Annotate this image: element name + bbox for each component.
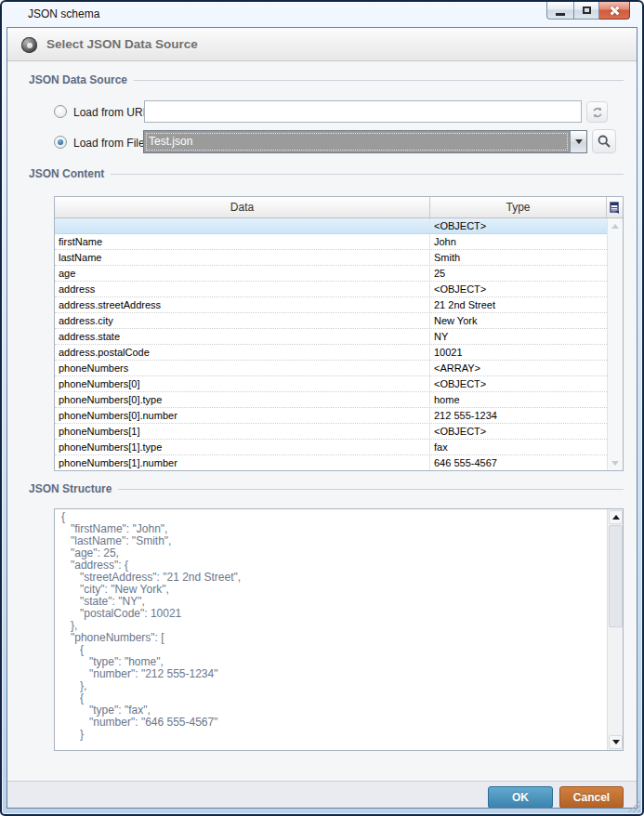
scroll-up-button[interactable] [608,218,623,233]
table-header[interactable]: Data Type [55,197,623,218]
group-line [118,489,624,490]
minimize-icon [556,13,565,16]
cell-data: address.city [55,313,430,328]
cell-type: fax [430,440,607,454]
cell-type: NY [430,329,607,344]
url-input[interactable] [144,100,582,123]
load-from-url-radio[interactable] [54,105,67,118]
arrow-down-icon [612,740,620,744]
json-content-table: Data Type <OBJECT> firstName John [54,196,624,471]
page-title: Select JSON Data Source [46,37,198,51]
arrow-down-icon [611,461,619,466]
group-json-data-source-label: JSON Data Source [29,73,127,86]
group-line [134,80,624,81]
ok-button[interactable]: OK [488,786,553,809]
cell-type: home [430,392,607,407]
cell-data: phoneNumbers[1].number [55,455,430,470]
maximize-button[interactable] [574,2,599,20]
table-row[interactable]: address.streetAddress 21 2nd Street [55,297,607,313]
scrollbar-thumb[interactable] [609,525,623,627]
minimize-button[interactable] [546,2,574,20]
cell-data: phoneNumbers[1].type [55,440,430,454]
cell-data: phoneNumbers[1] [55,424,430,439]
table-row[interactable]: <OBJECT> [55,218,607,234]
dialog-window: JSON schema Select JSON Data Source JSON… [0,0,644,816]
load-from-url-label: Load from URL [73,106,149,119]
table-row[interactable]: address.city New York [55,313,607,329]
refresh-button[interactable] [586,101,608,123]
combobox-dropdown-button[interactable] [570,131,586,152]
chevron-down-icon [575,139,583,144]
window-title: JSON schema [28,7,99,20]
table-row[interactable]: address.postalCode 10021 [55,345,607,361]
cell-data: lastName [55,250,430,265]
group-json-content-label: JSON Content [29,167,104,180]
close-icon [610,6,620,16]
cell-data: firstName [55,234,430,249]
cancel-button[interactable]: Cancel [559,786,624,809]
table-row[interactable]: phoneNumbers <ARRAY> [55,361,607,376]
refresh-icon [591,106,604,119]
cell-data: address.state [55,329,430,344]
table-row[interactable]: phoneNumbers[0] <OBJECT> [55,376,607,392]
column-header-type[interactable]: Type [430,197,607,217]
cell-data: phoneNumbers[0] [55,376,430,391]
file-combobox-value: Test.json [144,131,570,152]
scroll-down-button[interactable] [608,455,623,470]
cell-type: John [430,234,607,249]
group-line [111,174,624,175]
arrow-up-icon [612,515,620,520]
cell-data: phoneNumbers[0].type [55,392,430,407]
titlebar[interactable]: JSON schema [2,2,642,28]
dialog-body: Select JSON Data Source JSON Data Source… [7,27,637,809]
cell-data: address.postalCode [55,345,430,360]
structure-scrollbar[interactable] [607,509,623,750]
table-row[interactable]: age 25 [55,266,607,282]
table-row[interactable]: phoneNumbers[1] <OBJECT> [55,424,607,440]
load-from-file-radio[interactable] [54,136,67,149]
cell-data: address [55,282,430,296]
column-header-data[interactable]: Data [55,197,430,217]
table-row[interactable]: phoneNumbers[1].number 646 555-4567 [55,455,607,470]
table-body: <OBJECT> firstName John lastName Smith a… [55,218,607,470]
browse-file-button[interactable] [592,129,616,153]
close-button[interactable] [599,2,630,20]
cell-type: <OBJECT> [430,424,607,439]
table-row[interactable]: firstName John [55,234,607,250]
table-scrollbar[interactable] [607,218,623,470]
scroll-up-button[interactable] [609,510,623,524]
cell-type: 21 2nd Street [430,297,607,312]
cell-type: <OBJECT> [430,282,607,296]
scroll-down-button[interactable] [609,735,623,749]
file-combobox[interactable]: Test.json [143,130,587,153]
table-row[interactable]: phoneNumbers[0].number 212 555-1234 [55,408,607,424]
table-row[interactable]: address <OBJECT> [55,282,607,297]
cell-type: 212 555-1234 [430,408,607,423]
cell-data: phoneNumbers[0].number [55,408,430,423]
cell-type: 10021 [430,345,607,360]
column-chooser-button[interactable] [607,197,623,217]
cell-data: age [55,266,430,281]
arrow-up-icon [611,224,619,229]
group-json-content: JSON Content [29,167,624,180]
cell-data: address.streetAddress [55,297,430,312]
maximize-icon [583,7,591,14]
dialog-footer: OK Cancel [7,781,637,808]
cell-type: <OBJECT> [430,218,607,233]
cell-type: <OBJECT> [430,376,607,391]
cell-data: phoneNumbers [55,361,430,375]
table-row[interactable]: phoneNumbers[0].type home [55,392,607,408]
search-icon [597,134,611,149]
table-row[interactable]: address.state NY [55,329,607,345]
cell-type: <ARRAY> [430,361,607,375]
dialog-header: Select JSON Data Source [7,28,637,61]
cell-type: New York [430,313,607,328]
group-json-data-source: JSON Data Source [29,73,624,86]
cell-type: 646 555-4567 [430,455,607,470]
window-controls [546,2,630,20]
json-structure-box[interactable]: { "firstName": "John", "lastName": "Smit… [54,508,624,751]
table-row[interactable]: phoneNumbers[1].type fax [55,440,607,455]
table-row[interactable]: lastName Smith [55,250,607,266]
column-chooser-icon [610,202,620,214]
cell-data [55,218,430,233]
